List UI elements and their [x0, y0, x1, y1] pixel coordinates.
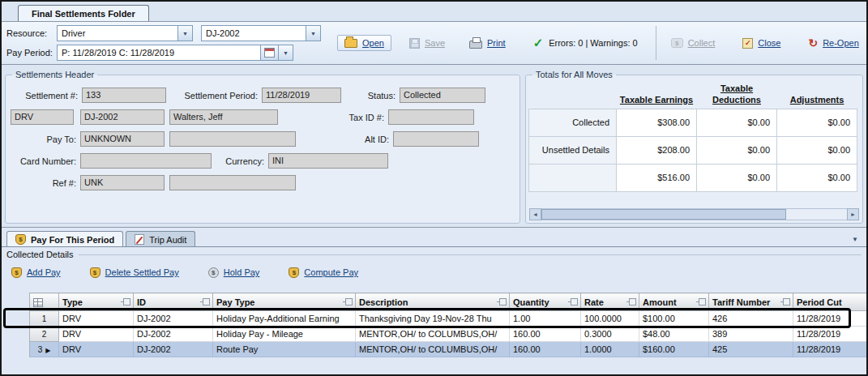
scroll-right-icon[interactable] — [847, 208, 859, 220]
totals-row-label: Unsettled Details — [529, 136, 617, 164]
pay-period-dropdown-icon[interactable] — [279, 45, 293, 61]
resource-type-combo[interactable]: Driver — [57, 25, 178, 41]
pay-grid-wrap: Type ID Pay Type Description Quantity Ra… — [29, 293, 866, 357]
cell-period-cut[interactable]: 11/28/2019 — [793, 342, 867, 357]
row-number[interactable]: 3▶ — [30, 342, 59, 357]
col-header-rate[interactable]: Rate — [581, 293, 639, 311]
field-chooser-icon[interactable] — [33, 298, 43, 307]
toolbar-buttons: Open Save Print Errors: 0 | Warnings: 0 … — [337, 26, 866, 60]
col-header-description[interactable]: Description — [356, 293, 510, 311]
cell-tariff-number[interactable]: 425 — [709, 342, 793, 357]
totals-row-unsettled: Unsettled Details $208.00 $0.00 $0.00 — [529, 136, 857, 164]
validation-status: Errors: 0 | Warnings: 0 — [533, 36, 638, 50]
cell-description[interactable]: MENTOR,OH/ to COLUMBUS,OH/ — [356, 327, 510, 342]
cell-amount[interactable]: $100.00 — [639, 311, 709, 327]
hold-pay-button[interactable]: Hold Pay — [208, 267, 260, 278]
resource-name-field: Walters, Jeff — [169, 109, 278, 125]
reopen-arrow-icon — [808, 37, 818, 49]
scrollbar-thumb[interactable] — [541, 209, 786, 220]
pin-column-icon[interactable] — [345, 298, 353, 306]
pin-column-icon[interactable] — [783, 298, 790, 306]
pay-grid: Type ID Pay Type Description Quantity Ra… — [29, 293, 866, 357]
totals-cell: $0.00 — [777, 164, 857, 191]
scrollbar-track[interactable] — [541, 208, 847, 220]
open-button[interactable]: Open — [337, 35, 391, 51]
col-header-id[interactable]: ID — [134, 293, 213, 311]
totals-horizontal-scrollbar[interactable] — [529, 208, 859, 220]
close-button[interactable]: Close — [736, 36, 787, 51]
totals-row-collected: Collected $308.00 $0.00 $0.00 — [529, 109, 857, 136]
pay-to-name-field — [169, 131, 296, 147]
resource-type-field: DRV — [11, 109, 74, 125]
cell-id[interactable]: DJ-2002 — [134, 327, 213, 342]
calendar-button[interactable] — [261, 45, 279, 61]
tab-pay-for-this-period[interactable]: Pay For This Period — [6, 231, 123, 246]
grid-row-3[interactable]: 3▶ DRV DJ-2002 Route Pay MENTOR,OH/ to C… — [30, 342, 867, 357]
save-button[interactable]: Save — [403, 36, 451, 51]
resource-type-dropdown-icon[interactable] — [178, 25, 193, 41]
save-disk-icon — [409, 38, 420, 49]
col-header-quantity[interactable]: Quantity — [510, 293, 581, 311]
cell-type[interactable]: DRV — [59, 327, 134, 342]
cell-id[interactable]: DJ-2002 — [134, 342, 213, 357]
row-number[interactable]: 2 — [30, 327, 59, 342]
row-number[interactable]: 1 — [30, 311, 59, 327]
print-button[interactable]: Print — [463, 35, 512, 51]
moneybag-icon — [15, 234, 26, 245]
resource-id-combo[interactable]: DJ-2002 — [201, 25, 306, 41]
cell-pay-type[interactable]: Holiday Pay-Additional Earning — [213, 311, 356, 327]
col-header-tariff-number[interactable]: Tariff Number — [709, 293, 793, 311]
tab-list-dropdown-icon[interactable] — [849, 232, 862, 245]
pin-column-icon[interactable] — [629, 298, 636, 306]
col-header-pay-type[interactable]: Pay Type — [213, 293, 356, 311]
pin-column-icon[interactable] — [571, 298, 578, 306]
scroll-left-icon[interactable] — [529, 208, 541, 220]
settlement-period-label: Settlement Period: — [166, 91, 262, 100]
cell-description[interactable]: Thanksgiving Day 19-Nov-28 Thu — [356, 311, 510, 327]
totals-corner-cell — [529, 81, 617, 109]
pay-period-field[interactable]: P: 11/28/2019 C: 11/28/2019 — [57, 45, 261, 61]
pin-column-icon[interactable] — [123, 298, 130, 306]
resource-id-dropdown-icon[interactable] — [306, 25, 321, 41]
cell-quantity[interactable]: 1.00 — [510, 311, 581, 327]
cell-quantity[interactable]: 160.00 — [510, 327, 581, 342]
col-header-period-cut[interactable]: Period Cut — [793, 293, 867, 311]
delete-settled-pay-button[interactable]: Delete Settled Pay — [90, 267, 179, 278]
cell-tariff-number[interactable]: 426 — [709, 311, 793, 327]
col-label: Rate — [584, 297, 604, 307]
col-header-type[interactable]: Type — [59, 293, 134, 311]
tab-trip-audit[interactable]: Trip Audit — [126, 231, 195, 246]
cell-pay-type[interactable]: Holiday Pay - Mileage — [213, 327, 356, 342]
cell-pay-type[interactable]: Route Pay — [213, 342, 356, 357]
row-selector-header[interactable] — [30, 293, 59, 311]
cell-period-cut[interactable]: 11/28/2019 — [793, 311, 867, 327]
ref-number-field: UNK — [80, 175, 165, 190]
col-header-amount[interactable]: Amount — [639, 293, 709, 311]
pin-column-icon[interactable] — [699, 298, 706, 306]
cell-rate[interactable]: 0.3000 — [581, 327, 639, 342]
collect-button[interactable]: Collect — [665, 36, 722, 50]
cell-type[interactable]: DRV — [59, 342, 134, 357]
cell-amount[interactable]: $48.00 — [639, 327, 709, 342]
cell-tariff-number[interactable]: 389 — [709, 327, 793, 342]
cell-id[interactable]: DJ-2002 — [134, 311, 213, 327]
compute-pay-button[interactable]: Compute Pay — [289, 267, 358, 278]
collected-details-title: Collected Details — [6, 250, 74, 259]
cell-rate[interactable]: 1.0000 — [581, 342, 639, 357]
cell-description[interactable]: MENTOR,OH/ to COLUMBUS,OH/ — [356, 342, 510, 357]
audit-pencil-icon — [135, 234, 144, 245]
cell-type[interactable]: DRV — [59, 311, 134, 327]
toolbar: Resource: Driver DJ-2002 Pay Period: P: … — [2, 21, 866, 65]
cell-period-cut[interactable]: 11/28/2019 — [793, 327, 867, 342]
pin-column-icon[interactable] — [499, 298, 507, 306]
cell-quantity[interactable]: 160.00 — [510, 342, 581, 357]
grid-row-2[interactable]: 2 DRV DJ-2002 Holiday Pay - Mileage MENT… — [30, 327, 867, 342]
grid-row-1[interactable]: 1 DRV DJ-2002 Holiday Pay-Additional Ear… — [30, 311, 867, 327]
add-pay-button[interactable]: Add Pay — [11, 267, 61, 278]
pin-column-icon[interactable] — [203, 298, 210, 306]
settlement-period-field: 11/28/2019 — [262, 88, 341, 103]
cell-amount[interactable]: $160.00 — [639, 342, 709, 357]
reopen-button[interactable]: Re-Open — [802, 35, 865, 51]
cell-rate[interactable]: 100.0000 — [581, 311, 639, 327]
tab-final-settlements-folder[interactable]: Final Settlements Folder — [18, 5, 149, 21]
